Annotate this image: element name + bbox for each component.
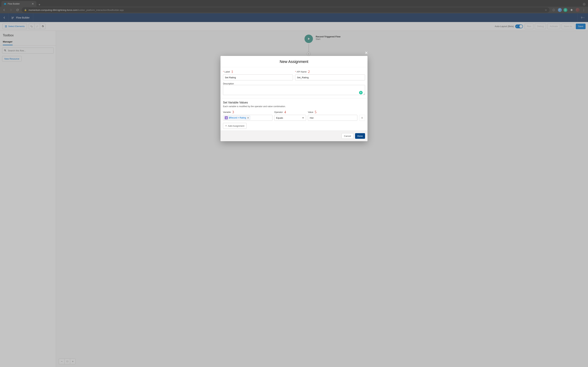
api-name-input[interactable] xyxy=(295,75,365,80)
value-input[interactable] xyxy=(308,115,357,121)
done-button[interactable]: Done xyxy=(355,133,365,139)
variable-input[interactable]: $Record > Rating ✕ xyxy=(223,115,272,121)
annotation-5: 5 xyxy=(315,110,316,114)
chevron-down-icon: ▼ xyxy=(302,117,304,119)
svg-rect-14 xyxy=(225,118,226,118)
value-col-label: Value xyxy=(308,111,313,113)
annotation-4: 4 xyxy=(284,110,286,114)
modal-title: New Assignment xyxy=(221,56,367,67)
variable-col-label: Variable xyxy=(223,111,231,113)
variable-pill-remove-icon[interactable]: ✕ xyxy=(247,117,249,119)
operator-value: Equals xyxy=(276,117,283,119)
record-list-icon xyxy=(225,116,228,119)
annotation-3: 3 xyxy=(232,110,234,114)
modal-close-button[interactable]: ✕ xyxy=(365,51,368,55)
label-input[interactable] xyxy=(223,75,293,80)
cancel-label: Cancel xyxy=(344,135,351,137)
modal-dim-overlay xyxy=(0,0,588,367)
add-assignment-button[interactable]: + Add Assignment xyxy=(223,123,247,129)
set-variable-values-sub: Each variable is modified by the operato… xyxy=(223,105,365,108)
cancel-button[interactable]: Cancel xyxy=(342,133,353,139)
description-field-label: Description xyxy=(223,83,234,85)
svg-rect-12 xyxy=(225,117,226,117)
new-assignment-modal: ✕ New Assignment * Label 1 * API Name 2 xyxy=(221,56,367,141)
svg-rect-15 xyxy=(226,118,227,118)
annotation-2: 2 xyxy=(308,70,310,74)
set-variable-values-heading: Set Variable Values xyxy=(223,101,365,104)
annotation-1: 1 xyxy=(231,70,233,74)
svg-rect-13 xyxy=(226,117,227,117)
api-name-field-label: API Name xyxy=(297,71,307,73)
grammarly-badge-icon[interactable]: G xyxy=(359,91,363,94)
operator-col-label: Operator xyxy=(274,111,283,113)
operator-select[interactable]: Equals ▼ xyxy=(274,115,306,121)
delete-row-button[interactable] xyxy=(359,115,365,121)
label-field-label: Label xyxy=(225,71,230,73)
plus-icon: + xyxy=(225,124,227,127)
description-textarea[interactable] xyxy=(223,85,365,95)
add-assignment-label: Add Assignment xyxy=(228,125,244,127)
done-label: Done xyxy=(357,135,363,137)
variable-pill-text: $Record > Rating xyxy=(229,117,246,119)
